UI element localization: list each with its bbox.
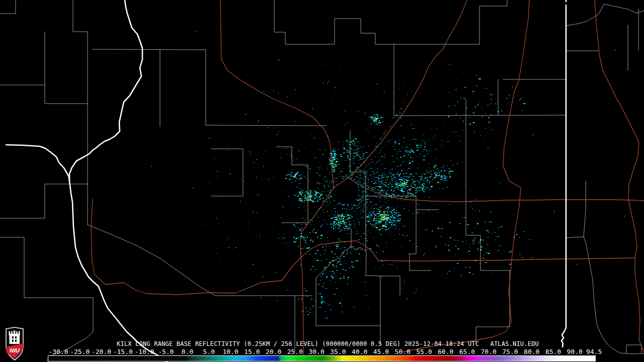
colorbar-tick-label: -5.0 (158, 348, 174, 355)
product-caption: KILX LONG RANGE BASE REFLECTIVITY (0.25K… (117, 340, 539, 347)
colorbar-tick-label: 0.0 (182, 348, 193, 355)
colorbar-tick-label: 85.0 (545, 348, 561, 355)
highway-lines-layer (91, 0, 644, 362)
radar-map-canvas (0, 0, 644, 362)
colorbar-tick-label: 94.5 (586, 348, 602, 355)
colorbar-tick-label: 60.0 (438, 348, 453, 355)
colorbar-tick-label: 55.0 (416, 348, 432, 355)
colorbar-tick-label: 40.0 (352, 348, 367, 355)
colorbar-tick-label: -25.0 (70, 348, 90, 355)
colorbar-tick-label: 25.0 (287, 348, 303, 355)
colorbar-tick-label: 5.0 (203, 348, 215, 355)
colorbar-tick-label: -30.0 (48, 348, 68, 355)
colorbar-tick-label: 65.0 (459, 348, 475, 355)
colorbar-tick-label: 30.0 (308, 348, 324, 355)
colorbar-tick-labels: -30.0-25.0-20.0-15.0-10.0-5.00.05.010.01… (0, 348, 644, 355)
colorbar-tick-label: 15.0 (244, 348, 260, 355)
colorbar (48, 355, 596, 361)
colorbar-tick-label: 80.0 (524, 348, 539, 355)
niu-logo: NIU (5, 326, 25, 361)
colorbar-tick-label: -10.0 (134, 348, 154, 355)
colorbar-tick-label: 35.0 (330, 348, 346, 355)
radar-viewer: KILX LONG RANGE BASE REFLECTIVITY (0.25K… (0, 0, 644, 362)
colorbar-tick-label: 50.0 (395, 348, 411, 355)
colorbar-tick-label: -20.0 (92, 348, 111, 355)
colorbar-tick-label: 10.0 (222, 348, 238, 355)
colorbar-tick-label: 90.0 (567, 348, 583, 355)
radar-echoes-layer (151, 30, 625, 318)
state-border-layer (6, 0, 566, 362)
colorbar-tick-label: 45.0 (373, 348, 389, 355)
colorbar-tick-label: -15.0 (113, 348, 133, 355)
county-lines-layer (0, 0, 644, 362)
colorbar-tick-label: 70.0 (481, 348, 497, 355)
niu-logo-text: NIU (10, 347, 20, 353)
colorbar-tick-label: 75.0 (502, 348, 518, 355)
colorbar-tick-label: 20.0 (266, 348, 281, 355)
